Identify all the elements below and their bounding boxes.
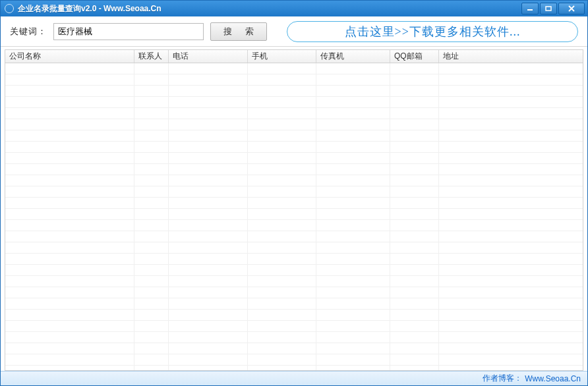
statusbar: 作者博客： Www.Seoaa.Cn [1,371,587,385]
table-row[interactable] [5,119,583,130]
app-icon [5,4,14,13]
table-row[interactable] [5,153,583,164]
table-cell [316,298,390,309]
table-row[interactable] [5,86,583,97]
column-phone[interactable]: 电话 [169,50,248,63]
table-cell [390,86,439,96]
table-row[interactable] [5,231,583,242]
table-cell [390,130,439,141]
table-row[interactable] [5,175,583,186]
maximize-button[interactable] [540,3,557,14]
table-cell [5,220,134,231]
table-row[interactable] [5,287,583,298]
table-row[interactable] [5,366,583,370]
close-button[interactable] [558,3,585,14]
table-cell [439,242,583,253]
minimize-button[interactable] [521,3,539,14]
table-cell [390,153,439,163]
table-cell [316,321,390,331]
table-cell [390,366,439,370]
table-row[interactable] [5,97,583,108]
table-row[interactable] [5,265,583,276]
table-row[interactable] [5,108,583,119]
column-company[interactable]: 公司名称 [5,50,134,63]
table-cell [390,63,439,74]
column-contact[interactable]: 联系人 [134,50,169,63]
table-cell [390,175,439,186]
table-cell [316,97,390,107]
table-cell [5,97,134,107]
table-cell [169,63,248,74]
app-window: 企业名录批量查询v2.0 - Www.Seoaa.Cn 关键词： 搜 索 点击这… [0,0,588,386]
table-cell [169,175,248,186]
table-cell [248,97,316,107]
table-row[interactable] [5,298,583,310]
table-row[interactable] [5,209,583,220]
table-cell [316,142,390,152]
table-cell [316,108,390,119]
table-cell [248,276,316,287]
column-qqmail[interactable]: QQ邮箱 [390,50,439,63]
table-row[interactable] [5,220,583,231]
table-cell [439,97,583,107]
table-cell [169,74,248,85]
table-cell [5,142,134,152]
table-row[interactable] [5,310,583,321]
table-row[interactable] [5,254,583,265]
search-button[interactable]: 搜 索 [210,22,267,41]
table-cell [439,265,583,275]
table-cell [439,63,583,74]
table-cell [5,209,134,219]
table-row[interactable] [5,198,583,209]
column-fax[interactable]: 传真机 [316,50,390,63]
table-cell [439,175,583,186]
table-cell [5,366,134,370]
table-cell [5,354,134,365]
author-blog-link[interactable]: Www.Seoaa.Cn [525,374,581,383]
table-row[interactable] [5,74,583,86]
table-cell [248,63,316,74]
table-row[interactable] [5,142,583,153]
table-cell [169,254,248,264]
table-cell [390,142,439,152]
table-row[interactable] [5,321,583,332]
table-cell [248,343,316,354]
table-row[interactable] [5,343,583,354]
table-cell [439,186,583,197]
table-cell [134,97,169,107]
table-cell [316,175,390,186]
table-cell [134,310,169,320]
column-mobile[interactable]: 手机 [248,50,316,63]
download-link-text: 点击这里>>下载更多相关软件... [345,24,521,40]
table-cell [248,242,316,253]
table-row[interactable] [5,332,583,343]
table-cell [316,86,390,96]
table-cell [316,198,390,208]
table-cell [390,298,439,309]
table-cell [134,242,169,253]
download-link[interactable]: 点击这里>>下载更多相关软件... [287,21,578,42]
table-row[interactable] [5,354,583,366]
table-cell [169,142,248,152]
table-cell [5,321,134,331]
table-cell [169,321,248,331]
keyword-input[interactable] [53,23,204,40]
table-cell [439,220,583,231]
table-row[interactable] [5,130,583,142]
table-cell [248,175,316,186]
titlebar[interactable]: 企业名录批量查询v2.0 - Www.Seoaa.Cn [1,1,587,16]
table-cell [248,198,316,208]
table-cell [5,153,134,163]
keyword-label: 关键词： [10,26,47,38]
table-row[interactable] [5,276,583,287]
svg-rect-1 [546,7,551,11]
table-cell [248,287,316,298]
column-address[interactable]: 地址 [439,50,572,63]
table-row[interactable] [5,242,583,254]
table-row[interactable] [5,164,583,175]
table-row[interactable] [5,186,583,198]
table-body[interactable] [5,63,583,370]
toolbar: 关键词： 搜 索 点击这里>>下载更多相关软件... [1,16,587,47]
table-cell [5,332,134,343]
table-row[interactable] [5,63,583,74]
